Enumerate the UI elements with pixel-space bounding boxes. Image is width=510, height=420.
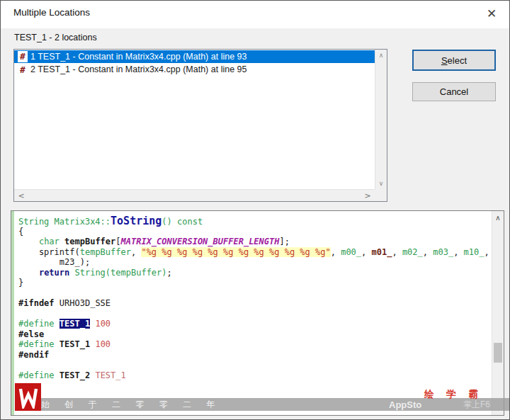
code-token: [	[115, 237, 120, 246]
cancel-button-label: Cancel	[440, 86, 468, 97]
scroll-up-icon[interactable]: ∧	[492, 214, 504, 222]
list-vertical-scrollbar[interactable]: ∧ ∨	[375, 50, 387, 189]
code-token: #else	[18, 329, 44, 339]
code-token: ,	[131, 247, 141, 257]
locations-count-label: TEST_1 - 2 locations	[14, 33, 97, 42]
code-line: sprintf(tempBuffer, "%g %g %g %g %g %g %…	[18, 247, 491, 258]
select-button[interactable]: Select	[412, 50, 496, 71]
code-token: tempBuffer	[64, 237, 115, 246]
locations-list[interactable]: # 1 TEST_1 - Constant in Matrix3x4.cpp (…	[13, 49, 387, 202]
code-token: }	[18, 278, 23, 288]
list-rows: # 1 TEST_1 - Constant in Matrix3x4.cpp (…	[14, 50, 375, 76]
code-token: MATRIX_CONVERSION_BUFFER_LENGTH	[121, 237, 280, 246]
code-token: String(tempBuffer)	[75, 268, 167, 278]
code-token: const	[177, 217, 203, 227]
code-token: TEST_2	[60, 370, 90, 380]
list-horizontal-scrollbar[interactable]: < >	[14, 189, 375, 201]
scroll-right-icon[interactable]: >	[363, 191, 373, 200]
code-token: {	[18, 227, 23, 237]
window-title: Multiple Locations	[13, 7, 90, 18]
code-line: #ifndef URHO3D_SSE	[18, 298, 491, 309]
code-content: String Matrix3x4::ToString() const{ char…	[18, 216, 491, 415]
code-token: 100	[95, 339, 110, 349]
code-token: #define	[18, 370, 55, 380]
code-token: #define	[18, 339, 55, 349]
multiple-locations-dialog: { "window": { "title": "Multiple Locatio…	[0, 0, 510, 420]
code-token: ,	[331, 247, 341, 257]
scroll-left-icon[interactable]: <	[16, 191, 26, 200]
watermark-founded-text: 始 创 于 二 零 零 二 年	[41, 399, 221, 411]
code-line: #define TEST_1 100	[18, 339, 491, 350]
code-token: "%g %g %g %g %g %g %g %g %g %g %g %g"	[141, 247, 330, 257]
code-token: ,	[361, 247, 371, 257]
code-line	[18, 288, 491, 299]
code-token: 100	[95, 319, 110, 329]
list-item-label: 2 TEST_1 - Constant in Matrix3x4.cpp (Ma…	[30, 64, 246, 74]
list-item-label: 1 TEST_1 - Constant in Matrix3x4.cpp (Ma…	[30, 52, 246, 62]
code-line: }	[18, 278, 491, 288]
logo-w-icon	[18, 386, 39, 409]
code-token	[18, 268, 39, 278]
code-token	[55, 339, 60, 349]
scrollbar-thumb[interactable]	[494, 343, 502, 363]
scroll-up-icon[interactable]: ∧	[375, 52, 387, 59]
code-line: return String(tempBuffer);	[18, 268, 491, 278]
code-token: ()	[162, 217, 171, 227]
code-token: #ifndef	[18, 298, 55, 308]
title-bar: Multiple Locations ✕	[1, 1, 509, 28]
list-item[interactable]: # 1 TEST_1 - Constant in Matrix3x4.cpp (…	[14, 50, 375, 63]
code-token	[55, 370, 60, 380]
code-token: ,	[484, 247, 491, 257]
code-token: String Matrix3x4::	[18, 217, 110, 227]
code-line	[18, 309, 491, 319]
code-token: m10_	[464, 247, 484, 257]
code-token: ,	[392, 247, 402, 257]
code-line: #endif	[18, 350, 491, 361]
code-token	[55, 319, 60, 329]
code-token: TEST_1	[60, 339, 90, 349]
code-token: m01_	[372, 247, 392, 257]
constant-symbol-icon: #	[18, 51, 28, 62]
code-vertical-scrollbar[interactable]: ∧	[492, 211, 504, 415]
code-token: ,	[423, 247, 433, 257]
code-line: #define TEST_1 100	[18, 319, 491, 329]
code-token: m03_	[433, 247, 453, 257]
code-token: #define	[18, 319, 55, 329]
code-token: ToString	[110, 216, 162, 227]
code-line	[18, 360, 491, 370]
code-line: {	[18, 227, 491, 237]
watermark-logo	[15, 383, 41, 411]
code-token: char	[39, 237, 64, 246]
code-token: ];	[279, 237, 289, 246]
code-token: ;	[167, 268, 172, 278]
code-token: m00_	[341, 247, 361, 257]
scroll-down-icon[interactable]: ∨	[375, 180, 387, 187]
code-token: tempBuffer	[80, 247, 131, 257]
code-token: TEST_1	[95, 370, 125, 380]
code-token	[172, 217, 177, 227]
code-token: TEST_1	[60, 319, 90, 329]
close-icon[interactable]: ✕	[480, 4, 504, 23]
code-line: m23_);	[18, 257, 491, 268]
watermark-brand-text: 绘 学 霸	[424, 388, 483, 401]
code-token: m02_	[402, 247, 423, 257]
code-token: URHO3D_SSE	[55, 298, 110, 308]
constant-symbol-icon: #	[18, 64, 28, 75]
code-token: ,	[453, 247, 463, 257]
code-token: #endif	[18, 350, 49, 360]
code-preview-pane[interactable]: String Matrix3x4::ToString() const{ char…	[11, 210, 504, 416]
code-token	[18, 237, 39, 246]
code-line: #define TEST_2 TEST_1	[18, 370, 491, 381]
code-token	[69, 268, 74, 278]
select-button-label: Select	[441, 55, 467, 66]
code-margin-strip	[11, 211, 14, 415]
cancel-button[interactable]: Cancel	[412, 82, 496, 101]
code-line: #else	[18, 329, 491, 340]
code-token: m23_);	[18, 257, 90, 267]
code-line: char tempBuffer[MATRIX_CONVERSION_BUFFER…	[18, 237, 491, 247]
list-item[interactable]: # 2 TEST_1 - Constant in Matrix3x4.cpp (…	[14, 63, 375, 76]
code-token: sprintf(	[18, 247, 80, 257]
code-token: return	[39, 268, 69, 278]
watermark-appstore-text: AppSto	[389, 399, 421, 410]
code-line: String Matrix3x4::ToString() const	[18, 216, 491, 227]
